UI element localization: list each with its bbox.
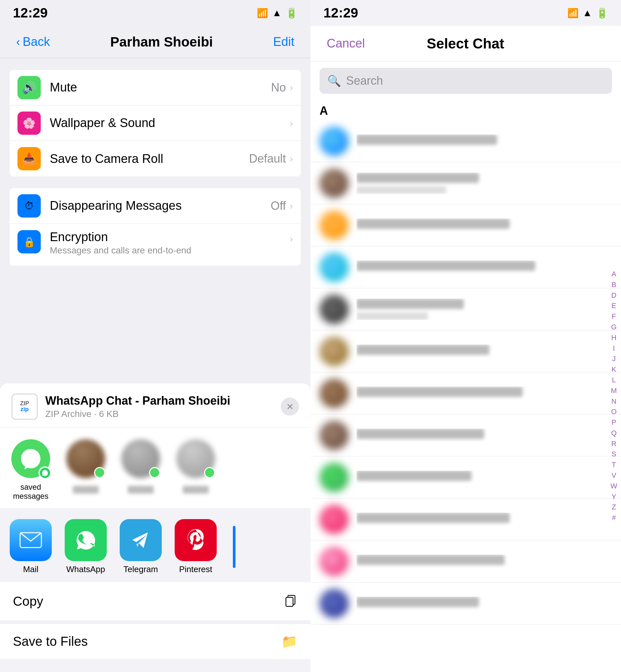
contact-avatar-11 <box>320 547 349 576</box>
contact-name-2 <box>357 173 479 183</box>
whatsapp-app-item[interactable]: WhatsApp <box>65 519 107 574</box>
encryption-item[interactable]: 🔒 Encryption Messages and calls are end-… <box>10 224 301 266</box>
contact-item-11[interactable] <box>310 540 621 582</box>
alpha-Y[interactable]: Y <box>609 492 618 502</box>
saved-messages-item[interactable]: saved messages <box>10 439 52 501</box>
contact-name-3 <box>357 219 510 229</box>
alpha-D[interactable]: D <box>609 290 618 301</box>
alpha-T[interactable]: T <box>609 460 618 470</box>
alpha-F[interactable]: F <box>609 312 618 322</box>
alpha-B[interactable]: B <box>609 280 618 290</box>
svg-rect-2 <box>286 597 293 607</box>
contact-share-2[interactable] <box>120 439 162 494</box>
camera-roll-label: Save to Camera Roll <box>50 152 249 166</box>
contact-share-3[interactable] <box>175 439 217 494</box>
contact-info-8 <box>357 429 612 442</box>
contact-item-2[interactable] <box>310 162 621 204</box>
wallpaper-item[interactable]: 🌸 Wallpaper & Sound › <box>10 105 301 141</box>
mute-chevron: › <box>290 82 293 93</box>
share-close-button[interactable]: ✕ <box>281 398 299 416</box>
alpha-S[interactable]: S <box>609 449 618 459</box>
contact-item-3[interactable] <box>310 204 621 246</box>
search-icon: 🔍 <box>327 74 341 87</box>
share-title: WhatsApp Chat - Parham Shoeibi <box>45 394 281 408</box>
share-apps-row: Mail WhatsApp Telegra <box>0 509 310 580</box>
contact-info-9 <box>357 471 612 484</box>
contact-avatar-2 <box>320 169 349 198</box>
contact-info-1 <box>357 134 612 148</box>
mute-value: No <box>271 81 286 94</box>
mute-item[interactable]: 🔊 Mute No › <box>10 70 301 105</box>
contact-item-4[interactable] <box>310 246 621 288</box>
contact-sub-2 <box>357 186 446 194</box>
alpha-Q[interactable]: Q <box>609 428 618 438</box>
alpha-V[interactable]: V <box>609 471 618 481</box>
disappearing-chevron: › <box>290 200 293 211</box>
alpha-H[interactable]: H <box>609 333 618 343</box>
alpha-W[interactable]: W <box>609 481 618 491</box>
contact-item-6[interactable] <box>310 330 621 372</box>
contact-name-4 <box>357 261 535 271</box>
wallpaper-icon: 🌸 <box>17 111 41 135</box>
contact-avatar-4 <box>320 253 349 282</box>
status-icons-right: 📶 ▲ 🔋 <box>567 7 608 19</box>
contact-item-7[interactable] <box>310 372 621 414</box>
disappearing-messages-item[interactable]: ⏱ Disappearing Messages Off › <box>10 188 301 224</box>
contact-item-10[interactable] <box>310 498 621 540</box>
contact-item-5[interactable] <box>310 288 621 330</box>
alpha-hash[interactable]: # <box>609 513 618 523</box>
edit-button[interactable]: Edit <box>273 35 294 49</box>
pinterest-icon <box>175 519 217 561</box>
alpha-P[interactable]: P <box>609 418 618 428</box>
contact-avatar-3 <box>320 211 349 240</box>
telegram-icon <box>120 519 162 561</box>
alpha-N[interactable]: N <box>609 397 618 407</box>
contact-avatar-12 <box>320 589 349 618</box>
camera-roll-item[interactable]: 📥 Save to Camera Roll Default › <box>10 141 301 177</box>
cancel-button[interactable]: Cancel <box>327 37 365 50</box>
pinterest-app-item[interactable]: Pinterest <box>175 519 217 574</box>
disappearing-value: Off <box>271 199 286 213</box>
alpha-Z[interactable]: Z <box>609 502 618 512</box>
contact-name-title: Parham Shoeibi <box>110 34 213 50</box>
alpha-M[interactable]: M <box>609 386 618 396</box>
section-a-header: A <box>310 100 621 120</box>
telegram-app-item[interactable]: Telegram <box>120 519 162 574</box>
copy-icon <box>283 593 298 610</box>
contact-name-blur-1 <box>73 486 99 494</box>
alpha-A[interactable]: A <box>609 269 618 279</box>
contact-sub-5 <box>357 312 428 320</box>
contact-share-1[interactable] <box>65 439 107 494</box>
alpha-J[interactable]: J <box>609 354 618 364</box>
status-bar-left: 12:29 📶 ▲ 🔋 <box>0 0 310 26</box>
contact-name-11 <box>357 555 505 565</box>
contact-item-12[interactable] <box>310 582 621 625</box>
more-apps-indicator <box>233 526 236 568</box>
alpha-E[interactable]: E <box>609 301 618 311</box>
alpha-I[interactable]: I <box>609 344 618 354</box>
alpha-K[interactable]: K <box>609 365 618 375</box>
back-button[interactable]: ‹ Back <box>16 35 50 49</box>
contact-item-9[interactable] <box>310 456 621 498</box>
encryption-chevron: › <box>290 233 293 244</box>
whatsapp-label: WhatsApp <box>66 564 105 574</box>
contact-item-1[interactable] <box>310 120 621 162</box>
camera-roll-chevron: › <box>290 153 293 164</box>
nav-bar-left: ‹ Back Parham Shoeibi Edit <box>0 26 310 58</box>
copy-action-row[interactable]: Copy <box>0 582 310 621</box>
alphabet-index[interactable]: A B D E F G H I J K L M N O P Q R S T V … <box>609 120 618 672</box>
alpha-L[interactable]: L <box>609 375 618 385</box>
wallpaper-label: Wallpaper & Sound <box>50 116 290 130</box>
mail-app-item[interactable]: Mail <box>10 519 52 574</box>
save-to-files-row[interactable]: Save to Files 📁 <box>0 624 310 659</box>
contact-avatar-5 <box>320 295 349 324</box>
encryption-label: Encryption <box>50 230 290 244</box>
right-panel: 12:29 📶 ▲ 🔋 Cancel Select Chat 🔍 Search … <box>310 0 621 672</box>
wifi-icon: ▲ <box>272 7 282 18</box>
alpha-O[interactable]: O <box>609 407 618 417</box>
alpha-R[interactable]: R <box>609 439 618 449</box>
alpha-G[interactable]: G <box>609 322 618 332</box>
search-bar[interactable]: 🔍 Search <box>320 68 612 94</box>
contact-item-8[interactable] <box>310 414 621 456</box>
whatsapp-icon <box>65 519 107 561</box>
